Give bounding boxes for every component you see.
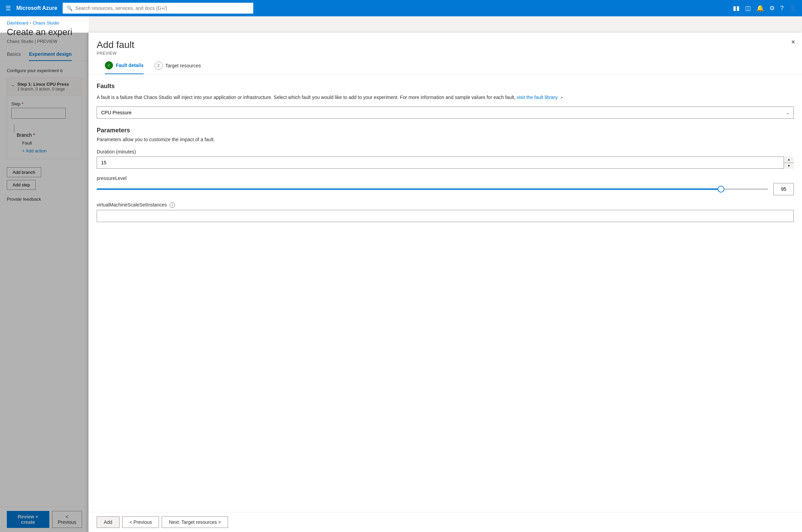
breadcrumb-chaos-studio[interactable]: Chaos Studio xyxy=(33,20,59,26)
account-icon[interactable]: 👤 xyxy=(789,4,797,12)
faults-description: A fault is a failure that Chaos Studio w… xyxy=(97,94,794,101)
portal-menu-icon[interactable]: ◫ xyxy=(745,4,751,12)
pressure-slider-fill xyxy=(97,188,721,190)
panel-body: Faults A fault is a failure that Chaos S… xyxy=(89,74,802,512)
top-navigation: ☰ Microsoft Azure 🔍 ▮▮ ◫ 🔔 ⚙ ? 👤 xyxy=(0,0,802,16)
parameters-description: Parameters allow you to customize the im… xyxy=(97,137,794,142)
step1-circle: ✓ xyxy=(105,61,113,69)
step2-circle: 2 xyxy=(155,62,163,70)
fault-library-link[interactable]: visit the fault library. xyxy=(517,95,559,100)
pressure-slider-thumb[interactable] xyxy=(718,186,724,193)
faults-section-title: Faults xyxy=(97,83,794,90)
hamburger-menu[interactable]: ☰ xyxy=(5,4,11,12)
step2-label: Target resources xyxy=(165,63,201,68)
panel-footer: Add < Previous Next: Target resources > xyxy=(89,512,802,532)
panel-header: Add fault PREVIEW × ✓ Fault details 2 Ta… xyxy=(89,33,802,74)
breadcrumb-dashboard[interactable]: Dashboard xyxy=(7,20,29,26)
vmss-label: virtualMachineScaleSetInstances i xyxy=(97,202,794,208)
nav-icons: ▮▮ ◫ 🔔 ⚙ ? 👤 xyxy=(733,4,797,12)
panel-step-target-resources[interactable]: 2 Target resources xyxy=(155,61,201,74)
pressure-value-box: 95 xyxy=(773,183,794,195)
cloud-shell-icon[interactable]: ▮▮ xyxy=(733,4,740,12)
pressure-slider-wrapper[interactable] xyxy=(97,183,768,195)
help-icon[interactable]: ? xyxy=(780,5,784,12)
step1-label: Fault details xyxy=(116,63,144,68)
settings-icon[interactable]: ⚙ xyxy=(769,4,775,12)
external-link-icon: ↗ xyxy=(560,96,563,100)
duration-input-wrapper: 15 ▲ ▼ xyxy=(97,156,794,169)
panel-step-fault-details[interactable]: ✓ Fault details xyxy=(105,61,144,74)
pressure-slider-row: 95 xyxy=(97,183,794,195)
duration-spinners: ▲ ▼ xyxy=(784,156,794,169)
parameters-section-title: Parameters xyxy=(97,127,794,134)
panel-title: Add fault xyxy=(97,39,794,50)
search-input[interactable] xyxy=(75,5,249,11)
panel-steps: ✓ Fault details 2 Target resources xyxy=(97,56,794,74)
pressure-label: pressureLevel xyxy=(97,176,794,181)
notifications-icon[interactable]: 🔔 xyxy=(756,4,764,12)
duration-increase-button[interactable]: ▲ xyxy=(784,156,794,163)
search-bar[interactable]: 🔍 xyxy=(63,3,253,14)
panel-close-button[interactable]: × xyxy=(791,38,795,46)
pressure-slider-track xyxy=(97,188,768,190)
duration-label: Duration (minutes) xyxy=(97,149,794,154)
add-button[interactable]: Add xyxy=(97,516,119,528)
fault-dropdown-wrapper: CPU Pressure Memory Pressure Disk I/O Pr… xyxy=(97,106,794,119)
panel-subtitle: PREVIEW xyxy=(97,51,794,56)
app-logo: Microsoft Azure xyxy=(16,5,57,11)
previous-button[interactable]: < Previous xyxy=(122,516,159,528)
vmss-input[interactable] xyxy=(97,210,794,222)
duration-input[interactable]: 15 xyxy=(97,156,794,169)
next-button[interactable]: Next: Target resources > xyxy=(162,516,228,528)
add-fault-panel: Add fault PREVIEW × ✓ Fault details 2 Ta… xyxy=(89,33,802,532)
breadcrumb: Dashboard › Chaos Studio xyxy=(0,16,89,26)
duration-decrease-button[interactable]: ▼ xyxy=(784,163,794,169)
vmss-info-icon[interactable]: i xyxy=(170,202,175,208)
search-icon: 🔍 xyxy=(67,5,73,11)
fault-dropdown[interactable]: CPU Pressure Memory Pressure Disk I/O Pr… xyxy=(97,106,794,119)
